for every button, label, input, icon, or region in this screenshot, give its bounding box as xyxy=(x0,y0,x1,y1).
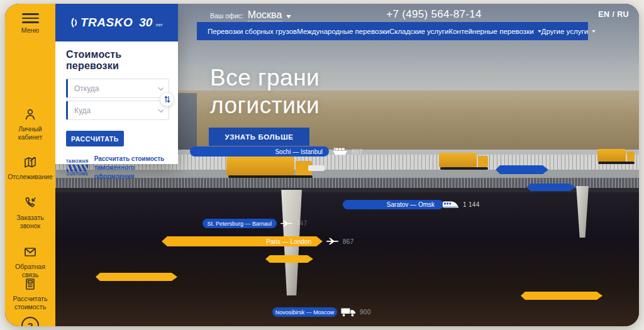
sidebar-item-tracking[interactable]: Отслеживание xyxy=(5,155,55,181)
nav-item-label: Перевозки сборных грузов xyxy=(208,28,297,35)
photo-truck xyxy=(597,149,635,162)
route-fields: Откуда Куда xyxy=(66,79,169,120)
sidebar-item-menu[interactable]: Меню xyxy=(5,13,55,35)
nav-item-international[interactable]: Международные перевозки xyxy=(297,28,389,35)
question-icon: ? xyxy=(21,317,39,326)
page: Меню Личный кабинет Отслеживание xyxy=(0,0,644,330)
logo-years: 30 xyxy=(139,16,152,30)
from-placeholder: Откуда xyxy=(74,84,99,93)
sidebar-item-label: Меню xyxy=(8,26,53,35)
plane-icon xyxy=(280,220,292,227)
route-label: Novosibirsk — Moscow xyxy=(272,307,337,317)
route-label: Paris — London xyxy=(162,236,323,246)
route-chip-sochi-istanbul[interactable]: Sochi — Istanbul 897 xyxy=(190,146,363,157)
phone-link[interactable]: +7 (495) 564-87-14 xyxy=(386,8,481,21)
map-icon xyxy=(23,155,38,170)
route-chip-spb-barnaul[interactable]: St. Petersburg — Barnaul 747 xyxy=(203,219,308,228)
language-switcher[interactable]: EN / RU xyxy=(598,10,629,19)
trasko-logo[interactable]: TRASKO 30 лет xyxy=(70,16,163,30)
main-nav: Перевозки сборных грузов Международные п… xyxy=(197,22,588,40)
truck-icon xyxy=(341,308,356,317)
hero-title-line2: логистики xyxy=(210,92,319,119)
photo-car xyxy=(308,165,325,171)
chevron-down-icon xyxy=(592,30,596,33)
route-chip-novosibirsk-moscow[interactable]: Novosibirsk — Moscow 900 xyxy=(272,307,371,317)
office-value: Москва xyxy=(248,9,282,21)
decor-pill-yellow xyxy=(265,255,313,263)
sidebar-item-calculate[interactable]: Рассчитать стоимость xyxy=(5,277,55,311)
plane-icon xyxy=(326,238,339,245)
sidebar-item-label: Рассчитать стоимость xyxy=(8,295,53,311)
menu-icon xyxy=(22,13,39,23)
sidebar-item-call[interactable]: Заказать звонок xyxy=(5,195,55,230)
sidebar: Меню Личный кабинет Отслеживание xyxy=(5,4,55,326)
decor-pill-blue xyxy=(496,165,548,174)
decor-pill-yellow xyxy=(96,273,177,281)
train-icon xyxy=(442,201,459,209)
nav-item-label: Международные перевозки xyxy=(297,28,389,35)
user-icon xyxy=(23,107,38,122)
nav-item-groupage[interactable]: Перевозки сборных грузов xyxy=(208,28,297,35)
route-count: 897 xyxy=(352,148,363,155)
to-select[interactable]: Куда xyxy=(66,101,169,120)
logo-text: TRASKO xyxy=(80,16,133,30)
customs-stripes-icon xyxy=(67,165,88,172)
phone-callback-icon xyxy=(23,195,38,211)
nav-item-container[interactable]: Контейнерные перевозки xyxy=(448,28,541,35)
route-count: 747 xyxy=(296,220,308,227)
nav-item-warehouse[interactable]: Складские услуги xyxy=(389,28,449,35)
route-chip-paris-london[interactable]: Paris — London 867 xyxy=(162,236,354,246)
logo-years-suffix: лет xyxy=(155,22,163,30)
sidebar-item-feedback[interactable]: Обратная связь xyxy=(5,245,55,279)
nav-item-other[interactable]: Другие услуги xyxy=(541,28,596,35)
trasko-logo-icon xyxy=(70,17,78,28)
main-area: Ваш офис: Москва +7 (495) 564-87-14 EN /… xyxy=(55,4,639,326)
office-label: Ваш офис: xyxy=(210,12,243,19)
office-selector[interactable]: Ваш офис: Москва xyxy=(210,9,291,21)
customs-logo-bottom: CUSTOMS xyxy=(67,172,88,176)
mail-icon xyxy=(23,245,38,260)
ship-icon xyxy=(333,147,348,156)
hero-title-line1: Все грани xyxy=(210,64,319,92)
sidebar-item-label: Отслеживание xyxy=(8,173,53,181)
to-placeholder: Куда xyxy=(74,106,91,115)
photo-truck xyxy=(439,153,489,167)
hero-title: Все грани логистики xyxy=(210,64,319,119)
decor-pill-yellow xyxy=(521,292,602,300)
route-label: St. Petersburg — Barnaul xyxy=(203,219,277,228)
card-title: Стоимость перевозки xyxy=(66,49,169,72)
calculate-button[interactable]: РАССЧИТАТЬ xyxy=(66,131,124,146)
route-count: 900 xyxy=(360,309,371,316)
chevron-down-icon xyxy=(286,15,291,18)
chevron-down-icon xyxy=(158,85,164,91)
customs-link: Рассчитать стоимость таможенного оформле… xyxy=(94,155,169,181)
customs-logo-icon: ТАМОЖНЯ CUSTOMS xyxy=(66,160,89,177)
calculator-icon xyxy=(23,277,38,292)
shipping-cost-card: TRASKO 30 лет Стоимость перевозки Откуда… xyxy=(55,4,178,164)
customs-logo-top: ТАМОЖНЯ xyxy=(66,160,89,163)
card-header: TRASKO 30 лет xyxy=(55,4,178,41)
customs-link-row[interactable]: ТАМОЖНЯ CUSTOMS Рассчитать стоимость там… xyxy=(66,155,169,181)
nav-item-label: Другие услуги xyxy=(541,28,588,35)
route-count: 1 144 xyxy=(463,201,480,208)
nav-item-label: Контейнерные перевозки xyxy=(448,28,533,35)
route-label: Sochi — Istanbul xyxy=(190,146,329,157)
swap-icon xyxy=(164,96,170,104)
route-chip-saratov-omsk[interactable]: Saratov — Omsk 1 144 xyxy=(343,200,480,209)
sidebar-item-account[interactable]: Личный кабинет xyxy=(5,107,55,141)
chevron-down-icon xyxy=(538,30,541,33)
route-count: 867 xyxy=(343,238,354,245)
photo-water xyxy=(55,192,639,326)
sidebar-item-help[interactable]: ? xyxy=(5,317,55,326)
from-select[interactable]: Откуда xyxy=(66,79,169,98)
swap-direction-button[interactable] xyxy=(160,92,174,107)
nav-item-label: Складские услуги xyxy=(389,28,449,35)
route-label: Saratov — Omsk xyxy=(343,200,443,209)
learn-more-button[interactable]: УЗНАТЬ БОЛЬШЕ xyxy=(209,128,309,146)
sidebar-item-label: Личный кабинет xyxy=(8,125,53,141)
card-body: Стоимость перевозки Откуда Куда xyxy=(55,41,178,164)
app-window: Меню Личный кабинет Отслеживание xyxy=(5,4,639,326)
chevron-down-icon xyxy=(158,107,164,113)
photo-truck xyxy=(226,157,314,175)
sidebar-item-label: Заказать звонок xyxy=(8,214,53,230)
